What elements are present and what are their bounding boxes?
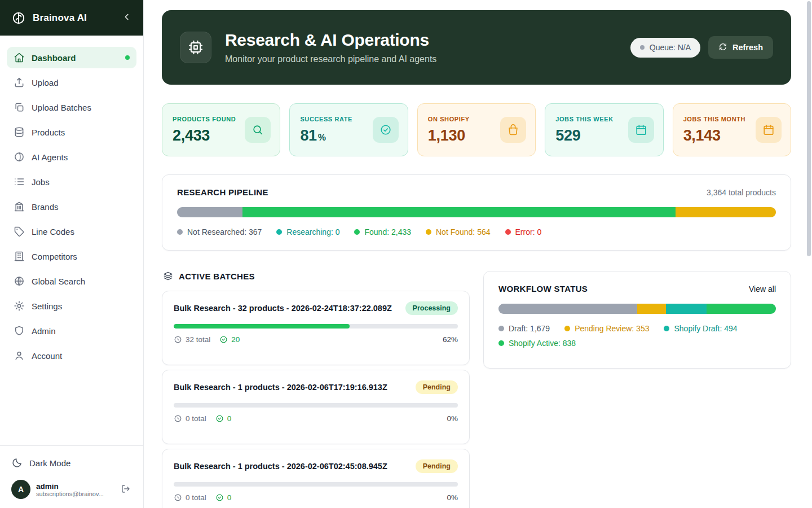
- legend-label: Researching: 0: [286, 227, 339, 237]
- dark-mode-label: Dark Mode: [29, 458, 70, 468]
- stat-label: JOBS THIS WEEK: [555, 116, 614, 122]
- sidebar-item-account[interactable]: Account: [7, 345, 136, 366]
- legend-dot-icon: [177, 229, 183, 235]
- batch-total: 0 total: [174, 493, 206, 502]
- stat-card-jobs-this-month: JOBS THIS MONTH3,143: [673, 103, 791, 156]
- gear-icon: [14, 300, 25, 312]
- stats-row: PRODUCTS FOUND2,433SUCCESS RATE81%ON SHO…: [162, 103, 791, 156]
- batch-percent: 62%: [443, 335, 458, 344]
- batch-meta: 0 total00%: [174, 493, 458, 502]
- stat-card-on-shopify: ON SHOPIFY1,130: [417, 103, 536, 156]
- sidebar-item-label: Admin: [32, 326, 56, 336]
- sidebar-item-label: Competitors: [32, 252, 77, 261]
- sidebar-item-label: Jobs: [32, 177, 50, 187]
- sidebar-item-admin[interactable]: Admin: [7, 320, 136, 341]
- segment-found: [242, 207, 676, 217]
- sidebar-item-label: Upload: [32, 78, 59, 87]
- batch-progress-bar: [174, 324, 458, 329]
- refresh-label: Refresh: [732, 43, 763, 52]
- sidebar-item-jobs[interactable]: Jobs: [7, 171, 136, 192]
- batch-progress-bar: [174, 403, 458, 408]
- sidebar-item-label: Brands: [32, 202, 59, 212]
- stat-text: ON SHOPIFY1,130: [428, 116, 470, 144]
- status-badge: Pending: [416, 380, 458, 394]
- legend-item-found: Found: 2,433: [354, 227, 411, 237]
- check-circle-icon: [215, 493, 224, 502]
- sidebar-item-competitors[interactable]: Competitors: [7, 246, 136, 267]
- sidebar-item-global-search[interactable]: Global Search: [7, 270, 136, 292]
- sidebar-item-ai-agents[interactable]: AI Agents: [7, 146, 136, 168]
- pipeline-header: RESEARCH PIPELINE 3,364 total products: [177, 187, 776, 197]
- sidebar-item-upload[interactable]: Upload: [7, 72, 136, 93]
- stat-label: ON SHOPIFY: [428, 116, 470, 122]
- sidebar-item-upload-batches[interactable]: Upload Batches: [7, 97, 136, 118]
- legend-item-pending-review: Pending Review: 353: [564, 324, 649, 333]
- stat-value: 2,433: [173, 127, 236, 144]
- segment-draft: [498, 304, 637, 314]
- legend-item-researching: Researching: 0: [276, 227, 339, 237]
- sidebar-item-settings[interactable]: Settings: [7, 295, 136, 317]
- page-title: Research & AI Operations: [225, 30, 436, 50]
- sidebar-item-label: Line Codes: [32, 227, 74, 237]
- batch-list: Bulk Research - 32 products - 2026-02-24…: [162, 291, 470, 508]
- refresh-icon: [718, 42, 727, 53]
- batch-name: Bulk Research - 1 products - 2026-02-06T…: [174, 383, 387, 392]
- sidebar-item-brands[interactable]: Brands: [7, 196, 136, 217]
- scrollbar-thumb[interactable]: [807, 1, 811, 256]
- brands-icon: [14, 201, 25, 212]
- logout-button[interactable]: [120, 483, 132, 497]
- legend-dot-icon: [498, 326, 504, 331]
- user-menu[interactable]: A admin subscriptions@brainov...: [11, 480, 132, 499]
- batches-icon: [14, 102, 25, 113]
- active-batches-header: ACTIVE BATCHES: [163, 271, 470, 281]
- sidebar-header: Brainova AI: [0, 0, 143, 36]
- segment-shopify-draft: [666, 304, 707, 314]
- legend-dot-icon: [276, 229, 282, 235]
- batch-header: Bulk Research - 1 products - 2026-02-06T…: [174, 459, 458, 473]
- user-icon: [14, 350, 25, 361]
- legend-item-not-found: Not Found: 564: [426, 227, 491, 237]
- workflow-header: WORKFLOW STATUS View all: [498, 284, 776, 294]
- stat-label: JOBS THIS MONTH: [683, 116, 745, 122]
- dashboard-columns: ACTIVE BATCHES Bulk Research - 32 produc…: [162, 271, 791, 508]
- segment-pending-review: [637, 304, 667, 314]
- legend-label: Not Researched: 367: [187, 227, 262, 237]
- sidebar-item-dashboard[interactable]: Dashboard: [7, 47, 136, 68]
- check-icon: [373, 117, 399, 143]
- legend-label: Found: 2,433: [364, 227, 411, 237]
- sidebar-menu: DashboardUploadUpload BatchesProductsAI …: [0, 36, 143, 445]
- batch-progress-bar: [174, 482, 458, 487]
- sidebar-item-line-codes[interactable]: Line Codes: [7, 221, 136, 242]
- user-info: admin subscriptions@brainov...: [36, 482, 114, 497]
- workflow-stacked-bar: [498, 304, 776, 314]
- stat-value: 81%: [300, 127, 352, 144]
- sidebar-collapse-button[interactable]: [118, 10, 135, 27]
- stat-card-success-rate: SUCCESS RATE81%: [289, 103, 408, 156]
- dark-mode-toggle[interactable]: Dark Mode: [11, 454, 132, 480]
- legend-item-draft: Draft: 1,679: [498, 324, 550, 333]
- refresh-button[interactable]: Refresh: [708, 36, 773, 59]
- workflow-column: WORKFLOW STATUS View all Draft: 1,679Pen…: [483, 271, 791, 369]
- batch-name: Bulk Research - 1 products - 2026-02-06T…: [174, 462, 387, 471]
- sidebar-item-label: Settings: [32, 301, 62, 311]
- batch-card[interactable]: Bulk Research - 1 products - 2026-02-06T…: [162, 370, 470, 444]
- sidebar-item-label: AI Agents: [32, 152, 68, 162]
- clock-icon: [174, 414, 182, 423]
- sidebar-item-label: Account: [32, 351, 62, 361]
- sidebar-item-label: Products: [32, 128, 65, 137]
- sidebar-item-label: Dashboard: [32, 53, 76, 63]
- batch-card[interactable]: Bulk Research - 1 products - 2026-02-06T…: [162, 449, 470, 508]
- segment-not-found: [676, 207, 776, 217]
- stat-text: JOBS THIS MONTH3,143: [683, 116, 745, 144]
- batch-card[interactable]: Bulk Research - 32 products - 2026-02-24…: [162, 291, 470, 365]
- queue-label: Queue: N/A: [650, 43, 691, 52]
- clock-icon: [174, 493, 182, 502]
- user-name: admin: [36, 482, 114, 491]
- view-all-link[interactable]: View all: [749, 284, 776, 294]
- calendar-icon: [628, 117, 654, 143]
- stat-value: 529: [555, 127, 614, 144]
- stat-text: JOBS THIS WEEK529: [555, 116, 614, 144]
- status-badge: Processing: [405, 301, 458, 315]
- scrollbar: [806, 0, 811, 508]
- sidebar-item-products[interactable]: Products: [7, 121, 136, 143]
